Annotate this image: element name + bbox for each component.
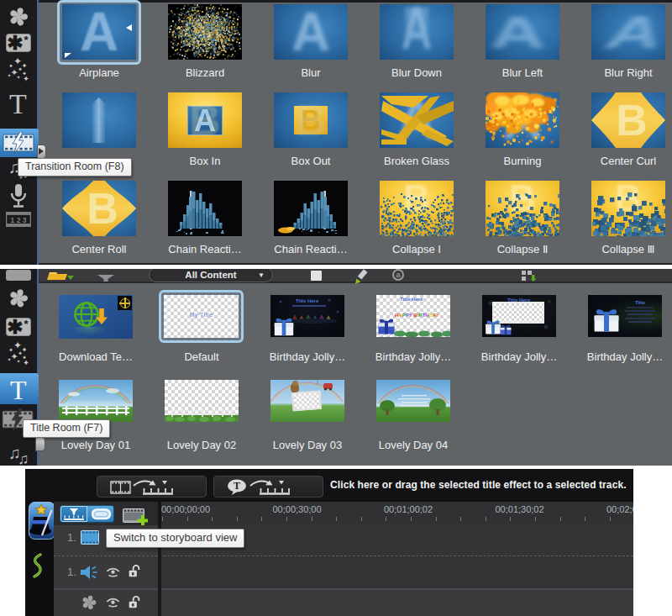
svg-text:1 2 3: 1 2 3 <box>11 216 27 224</box>
svg-text:✦: ✦ <box>7 73 11 78</box>
svg-text:B: B <box>87 184 118 233</box>
svg-text:✦: ✦ <box>23 74 29 82</box>
svg-text:✦: ✦ <box>23 358 29 366</box>
svg-text:✦: ✦ <box>16 75 20 80</box>
svg-text:✱: ✱ <box>7 34 23 52</box>
svg-text:B: B <box>616 96 648 145</box>
svg-text:♫: ♫ <box>18 450 29 466</box>
svg-text:✦: ✦ <box>16 359 20 364</box>
svg-text:T: T <box>233 480 239 492</box>
svg-text:✦: ✦ <box>7 357 11 362</box>
svg-text:✱: ✱ <box>7 318 23 336</box>
